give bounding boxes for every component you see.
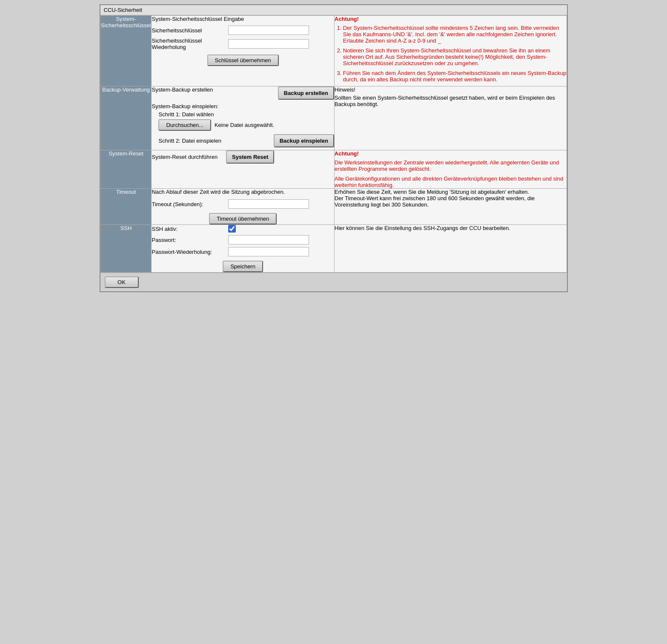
main-window: CCU-Sicherheit System-Sicherheitsschlüss… — [100, 4, 568, 292]
timeout-row: Timeout Nach Ablauf dieser Zeit wird die… — [100, 189, 567, 225]
timeout-description: Nach Ablauf dieser Zeit wird die Sitzung… — [152, 189, 334, 195]
security-key-input[interactable] — [228, 26, 309, 35]
system-reset-action-label: System-Reset durchführen — [152, 154, 218, 160]
ssh-row: SSH SSH aktiv: Passwort: Passwort-Wieder… — [100, 225, 567, 273]
timeout-content: Nach Ablauf dieser Zeit wird die Sitzung… — [152, 189, 334, 225]
backup-step2: Schritt 2: Datei einspielen Backup einsp… — [152, 134, 334, 147]
system-reset-action-row: System-Reset durchführen System Reset — [152, 150, 334, 164]
ssh-password-repeat-label: Passwort-Wiederholung: — [152, 249, 228, 255]
security-key-info: Achtung! Der System-Sicherheitsschlüssel… — [334, 16, 567, 86]
footer: OK — [100, 273, 567, 291]
timeout-submit-button[interactable]: Timeout übernehmen — [209, 213, 277, 224]
security-key-warning-item-2: Notieren Sie sich Ihren System-Sicherhei… — [343, 47, 567, 66]
timeout-field-label: Timeout (Sekunden): — [152, 201, 228, 207]
system-reset-warning-line2: Alle Gerätekonfigurationen und alle dire… — [335, 175, 567, 188]
backup-browse-button[interactable]: Durchsuchen... — [158, 119, 211, 131]
backup-step1: Schritt 1: Datei wählen Durchsuchen... K… — [152, 111, 334, 131]
ssh-password-row: Passwort: — [152, 235, 334, 244]
security-key-repeat-input[interactable] — [228, 39, 309, 49]
backup-row: Backup-Verwaltung System-Backup erstelle… — [100, 86, 567, 150]
security-key-field1-row: Sicherheitsschlüssel — [152, 26, 334, 35]
ssh-info-text: Hier können Sie die Einstellung des SSH-… — [335, 225, 510, 231]
ssh-active-label: SSH aktiv: — [152, 226, 228, 232]
security-key-field1-label: Sicherheitsschlüssel — [152, 27, 228, 34]
backup-info: Hinweis! Sollten Sie einen System-Sicher… — [334, 86, 567, 150]
ssh-password-label: Passwort: — [152, 237, 228, 243]
security-key-row: System-Sicherheitsschlüssel System-Siche… — [100, 16, 567, 86]
ssh-active-row: SSH aktiv: — [152, 225, 334, 233]
security-key-field2-label: Sicherheitsschlüssel Wiederholung — [152, 37, 228, 50]
title-bar: CCU-Sicherheit — [100, 5, 567, 15]
timeout-input[interactable] — [228, 199, 309, 209]
backup-restore-section: System-Backup einspielen: Schritt 1: Dat… — [152, 103, 334, 147]
system-reset-warning-line1: Die Werkseinstellungen der Zentrale werd… — [335, 159, 567, 172]
security-key-form-title: System-Sicherheitsschlüssel Eingabe — [152, 16, 334, 22]
backup-create-label: System-Backup erstellen — [152, 86, 278, 93]
system-reset-info: Achtung! Die Werkseinstellungen der Zent… — [334, 150, 567, 189]
ok-button[interactable]: OK — [105, 276, 139, 288]
security-key-content: System-Sicherheitsschlüssel Eingabe Sich… — [152, 16, 334, 86]
system-reset-content: System-Reset durchführen System Reset — [152, 150, 334, 189]
ssh-label: SSH — [100, 225, 152, 273]
security-key-label: System-Sicherheitsschlüssel — [100, 16, 152, 86]
timeout-info: Erhöhen Sie diese Zeit, wenn Sie die Mel… — [334, 189, 567, 225]
backup-step1-label: Schritt 1: Datei wählen — [152, 111, 334, 118]
timeout-button-row: Timeout übernehmen — [152, 213, 334, 224]
timeout-field-row: Timeout (Sekunden): — [152, 199, 334, 209]
security-key-submit-button[interactable]: Schlüssel übernehmen — [207, 55, 279, 66]
timeout-info-text: Erhöhen Sie diese Zeit, wenn Sie die Mel… — [335, 189, 535, 208]
ssh-button-row: Speichern — [152, 261, 334, 272]
backup-create-button[interactable]: Backup erstellen — [278, 86, 334, 100]
system-reset-row: System-Reset System-Reset durchführen Sy… — [100, 150, 567, 189]
ssh-active-checkbox[interactable] — [228, 225, 236, 233]
backup-no-file-text: Keine Datei ausgewählt. — [215, 122, 274, 128]
backup-file-row: Durchsuchen... Keine Datei ausgewählt. — [152, 119, 334, 131]
ssh-password-repeat-row: Passwort-Wiederholung: — [152, 247, 334, 256]
backup-restore-title: System-Backup einspielen: — [152, 103, 334, 109]
backup-restore-button[interactable]: Backup einspielen — [274, 134, 334, 147]
system-reset-button[interactable]: System Reset — [226, 150, 274, 164]
backup-info-title: Hinweis! — [335, 86, 567, 93]
security-key-button-row: Schlüssel übernehmen — [152, 55, 334, 66]
security-key-warning-title: Achtung! — [335, 16, 567, 22]
security-key-warning-item-3: Führen Sie nach dem Ändern des System-Si… — [343, 70, 567, 83]
backup-create-row: System-Backup erstellen Backup erstellen — [152, 86, 334, 100]
system-reset-warning-title: Achtung! — [335, 150, 567, 157]
ssh-info: Hier können Sie die Einstellung des SSH-… — [334, 225, 567, 273]
system-reset-label: System-Reset — [100, 150, 152, 189]
backup-content: System-Backup erstellen Backup erstellen… — [152, 86, 334, 150]
ssh-content: SSH aktiv: Passwort: Passwort-Wiederholu… — [152, 225, 334, 273]
main-table: System-Sicherheitsschlüssel System-Siche… — [100, 15, 567, 273]
backup-create-button-container: Backup erstellen — [278, 86, 334, 100]
ssh-password-repeat-input[interactable] — [228, 247, 309, 256]
backup-info-text: Sollten Sie einen System-Sicherheitsschl… — [335, 95, 555, 107]
ssh-password-input[interactable] — [228, 235, 309, 244]
backup-step2-label: Schritt 2: Datei einspielen — [152, 138, 221, 144]
timeout-label: Timeout — [100, 189, 152, 225]
window-title: CCU-Sicherheit — [104, 7, 142, 13]
security-key-field2-row: Sicherheitsschlüssel Wiederholung — [152, 37, 334, 50]
ssh-save-button[interactable]: Speichern — [223, 261, 263, 272]
security-key-warning-item-1: Der System-Sicherheitsschlüssel sollte m… — [343, 25, 567, 44]
security-key-warning-list: Der System-Sicherheitsschlüssel sollte m… — [343, 25, 567, 83]
backup-label: Backup-Verwaltung — [100, 86, 152, 150]
